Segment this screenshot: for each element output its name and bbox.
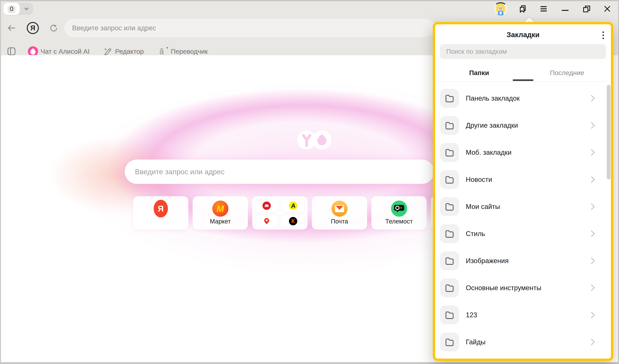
kebab-menu-icon[interactable]	[602, 31, 604, 41]
folder-row[interactable]: Изображения	[435, 247, 611, 274]
folder-label: Новости	[466, 176, 492, 183]
folder-icon	[440, 89, 459, 108]
yandex-letter: Я	[30, 24, 35, 32]
folder-row[interactable]: Мои сайты	[435, 193, 611, 220]
main-search-box[interactable]	[125, 160, 434, 184]
folder-label: 123	[466, 311, 477, 319]
folder-label: Основные инструменты	[466, 284, 541, 292]
yandex-home-button[interactable]: Я	[27, 22, 39, 34]
tile-yandex[interactable]: Я	[133, 196, 188, 229]
telemost-icon	[391, 201, 407, 217]
folder-label: Моб. закладки	[466, 149, 511, 156]
kinopoisk-mini-tile[interactable]: К	[281, 214, 305, 228]
market-tile-letter: М	[216, 204, 224, 214]
yandex-yo-logo	[297, 130, 332, 150]
chevron-right-icon	[591, 230, 595, 237]
panel-scrollbar-thumb[interactable]	[607, 85, 610, 180]
bookmarks-button[interactable]	[518, 4, 527, 13]
folder-icon	[440, 143, 459, 162]
folder-label: Другие закладки	[466, 122, 518, 129]
chevron-right-icon	[591, 95, 595, 102]
folder-row[interactable]: 123	[435, 301, 611, 328]
folder-icon	[440, 197, 459, 216]
active-tab[interactable]: 0	[3, 3, 20, 15]
folder-label: Стиль	[466, 230, 485, 238]
editor-icon[interactable]	[103, 47, 113, 56]
folder-icon	[440, 279, 459, 297]
folder-row[interactable]: Стиль	[435, 220, 611, 247]
folder-row[interactable]: Гайды	[435, 328, 611, 355]
kinopoisk-letter: К	[291, 218, 295, 224]
yandex-icon: Я	[154, 200, 168, 217]
tile-mail[interactable]: Почта	[312, 196, 367, 229]
menu-button[interactable]	[540, 5, 547, 13]
chevron-right-icon	[591, 339, 595, 345]
folder-label: Гайды	[466, 338, 486, 346]
bookmarks-panel: Закладки Папки Последние Панель закладок…	[433, 22, 613, 361]
mail-icon	[331, 201, 348, 217]
panel-title: Закладки	[435, 30, 611, 39]
tile-label: Маркет	[193, 218, 248, 225]
chevron-right-icon	[591, 203, 595, 210]
tab-recent[interactable]: Последние	[523, 68, 611, 77]
tile-telemost[interactable]: Телемост	[371, 196, 427, 229]
maps-mini-tile[interactable]	[255, 214, 278, 228]
translator-icon[interactable]: ã ✦	[159, 46, 170, 56]
afisha-icon: A	[289, 201, 297, 210]
map-pin-icon	[264, 218, 269, 224]
folder-row[interactable]: Моб. закладки	[435, 139, 611, 166]
tab-counter-badge: 0	[7, 4, 16, 13]
afisha-letter: A	[291, 202, 295, 210]
main-search-input[interactable]	[125, 160, 434, 184]
divider	[435, 81, 611, 82]
afisha-mini-tile[interactable]: A	[281, 199, 305, 212]
bookmark-bar-item-editor[interactable]: Редактор	[115, 47, 144, 56]
chevron-right-icon	[591, 311, 595, 318]
sidebar-toggle-icon[interactable]	[7, 47, 16, 56]
minimize-button[interactable]	[562, 5, 569, 13]
active-tab-underline	[513, 79, 534, 81]
bookmarks-search-input[interactable]	[440, 44, 606, 59]
tile-label: Телемост	[371, 218, 427, 225]
folder-row[interactable]: Панель закладок	[435, 85, 611, 112]
market-icon: М	[212, 201, 228, 217]
folder-row[interactable]: Другие закладки	[435, 112, 611, 139]
tile-apps-grid[interactable]: A К	[252, 196, 308, 229]
profile-avatar[interactable]	[494, 2, 507, 15]
tile-label: Почта	[312, 218, 367, 225]
refresh-button[interactable]	[49, 24, 58, 32]
bookmark-bar-item-translator[interactable]: Переводчик	[171, 47, 208, 56]
chevron-right-icon	[591, 257, 595, 264]
close-button[interactable]	[604, 5, 611, 13]
tile-market[interactable]: М Маркет	[193, 196, 248, 229]
folder-list: Панель закладок Другие закладки Моб. зак…	[435, 85, 611, 355]
restore-button[interactable]	[583, 5, 590, 13]
folder-icon	[440, 333, 459, 351]
folder-label: Мои сайты	[466, 203, 500, 210]
folder-row[interactable]: Основные инструменты	[435, 274, 611, 301]
folder-icon	[440, 170, 459, 189]
folder-label: Изображения	[466, 257, 509, 265]
panel-tabs: Папки Последние	[435, 68, 611, 77]
folder-icon	[440, 116, 459, 135]
tab-folders[interactable]: Папки	[435, 68, 523, 77]
folder-icon	[440, 251, 459, 270]
address-bar-input[interactable]	[64, 19, 435, 37]
yandex-tile-letter: Я	[158, 204, 164, 213]
taxi-icon	[262, 201, 271, 210]
taxi-mini-tile[interactable]	[255, 199, 278, 212]
chevron-right-icon	[591, 122, 595, 129]
kinopoisk-icon: К	[289, 217, 297, 225]
chevron-right-icon	[591, 149, 595, 156]
tab-list-chevron-icon[interactable]	[20, 6, 33, 12]
tab-button[interactable]: 0	[3, 3, 33, 15]
back-button[interactable]	[7, 24, 16, 32]
folder-label: Панель закладок	[466, 94, 520, 102]
chevron-right-icon	[591, 284, 595, 291]
bookmark-bar-item-alice[interactable]: Чат с Алисой AI	[41, 47, 90, 56]
folder-icon	[440, 306, 459, 324]
sparkle-icon: ✦	[166, 45, 169, 50]
chevron-right-icon	[591, 176, 595, 183]
folder-row[interactable]: Новости	[435, 166, 611, 193]
folder-icon	[440, 224, 459, 243]
